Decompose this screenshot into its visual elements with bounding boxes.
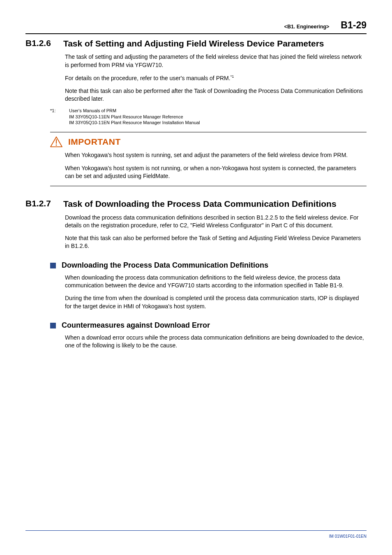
section-title: Task of Setting and Adjusting Field Wire…: [63, 38, 324, 49]
callout-rule-top: [50, 132, 367, 132]
page-number: B1-29: [341, 20, 367, 31]
square-bullet-icon: [50, 263, 56, 268]
square-bullet-icon: [50, 323, 56, 328]
subsection-title: Countermeasures against Download Error: [62, 321, 210, 330]
footnote: *1: User's Manuals of PRM IM 33Y05Q10-11…: [50, 108, 367, 125]
subsection-heading-downloading: Downloading the Process Data Communicati…: [25, 261, 367, 270]
footnote-label: *1:: [50, 108, 60, 125]
body-text: Download the process data communication …: [65, 214, 367, 230]
important-heading: IMPORTANT: [50, 136, 367, 147]
footnote-line: User's Manuals of PRM: [69, 108, 367, 113]
body-text: When downloading the process data commun…: [65, 274, 367, 290]
body-text: When Yokogawa's host system is running, …: [65, 151, 367, 159]
section-heading-b126: B1.2.6 Task of Setting and Adjusting Fie…: [25, 38, 367, 49]
body-text-inline: For details on the procedure, refer to t…: [65, 75, 231, 81]
footer-doc-id: IM 01W01F01-01EN: [25, 534, 367, 539]
footnote-line: IM 33Y05Q10-11EN Plant Resource Manager …: [69, 120, 367, 125]
warning-icon: [50, 136, 62, 147]
section-number: B1.2.6: [25, 38, 51, 48]
important-label: IMPORTANT: [68, 137, 121, 147]
body-text: For details on the procedure, refer to t…: [65, 74, 367, 82]
page-footer: IM 01W01F01-01EN: [25, 530, 367, 539]
subsection-heading-countermeasures: Countermeasures against Download Error: [25, 321, 367, 330]
footnote-ref: *1: [231, 74, 234, 79]
section-title: Task of Downloading the Process Data Com…: [63, 199, 337, 209]
footnote-line: IM 33Y05Q10-11EN Plant Resource Manager …: [69, 114, 367, 120]
breadcrumb: <B1. Engineering>: [284, 24, 330, 30]
body-text: When a download error occurs while the p…: [65, 334, 367, 350]
body-text: When Yokogawa's host system is not runni…: [65, 164, 367, 180]
section-number: B1.2.7: [25, 199, 51, 208]
callout-rule-bottom: [50, 186, 367, 186]
footer-rule: [25, 530, 367, 531]
subsection-title: Downloading the Process Data Communicati…: [62, 261, 268, 270]
body-text: Note that this task can also be performe…: [65, 87, 367, 103]
body-text: The task of setting and adjusting the pa…: [65, 53, 367, 69]
body-text: Note that this task can also be performe…: [65, 234, 367, 250]
svg-point-2: [56, 145, 57, 146]
header-rule: [25, 33, 367, 34]
body-text: During the time from when the download i…: [65, 294, 367, 310]
section-heading-b127: B1.2.7 Task of Downloading the Process D…: [25, 199, 367, 209]
